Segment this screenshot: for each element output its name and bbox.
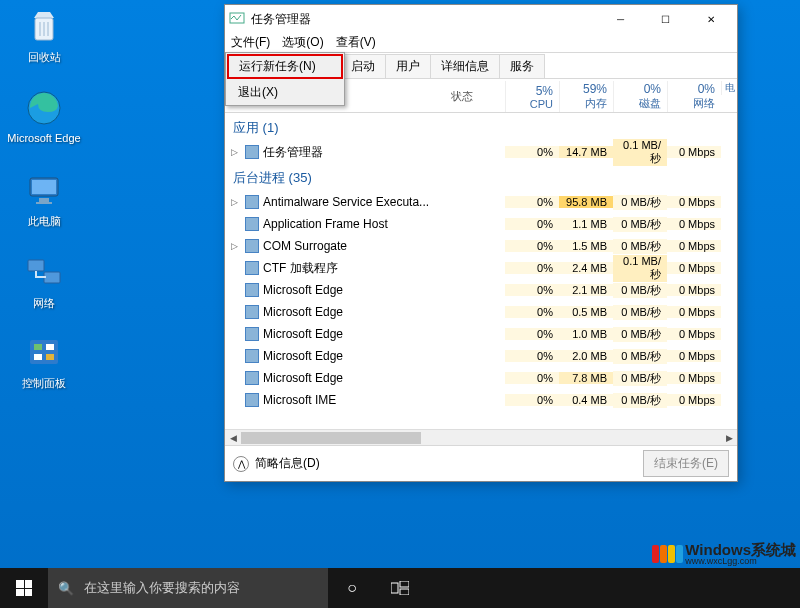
- search-placeholder: 在这里输入你要搜索的内容: [84, 579, 240, 597]
- cell-disk: 0 MB/秒: [613, 327, 667, 342]
- task-manager-window: 任务管理器 ─ ☐ ✕ 文件(F) 选项(O) 查看(V) 运行新任务(N) 退…: [224, 4, 738, 482]
- task-manager-icon: [229, 11, 245, 27]
- window-footer: ⋀ 简略信息(D) 结束任务(E): [225, 445, 737, 481]
- tab-users[interactable]: 用户: [385, 54, 431, 78]
- desktop-icon-recycle[interactable]: 回收站: [6, 6, 82, 65]
- cell-disk: 0 MB/秒: [613, 217, 667, 232]
- cell-network: 0 Mbps: [667, 240, 721, 252]
- table-row[interactable]: Microsoft Edge0%0.5 MB0 MB/秒0 Mbps: [225, 301, 737, 323]
- col-extra[interactable]: 电: [721, 81, 737, 95]
- col-disk[interactable]: 0%磁盘: [613, 81, 667, 112]
- svg-rect-9: [36, 202, 52, 204]
- tab-startup[interactable]: 启动: [340, 54, 386, 78]
- group-header[interactable]: 应用 (1): [225, 113, 737, 141]
- cell-memory: 1.1 MB: [559, 218, 613, 230]
- titlebar[interactable]: 任务管理器 ─ ☐ ✕: [225, 5, 737, 33]
- maximize-button[interactable]: ☐: [643, 5, 688, 33]
- tab-services[interactable]: 服务: [499, 54, 545, 78]
- table-row[interactable]: Microsoft Edge0%2.0 MB0 MB/秒0 Mbps: [225, 345, 737, 367]
- group-header[interactable]: 后台进程 (35): [225, 163, 737, 191]
- col-memory[interactable]: 59%内存: [559, 81, 613, 112]
- col-network[interactable]: 0%网络: [667, 81, 721, 112]
- desktop: 回收站 Microsoft Edge 此电脑 网络 控制面板 任务管理器 ─: [0, 0, 800, 608]
- cell-cpu: 0%: [505, 372, 559, 384]
- col-status[interactable]: 状态: [451, 81, 505, 112]
- cell-cpu: 0%: [505, 196, 559, 208]
- menu-view[interactable]: 查看(V): [330, 33, 382, 52]
- cell-network: 0 Mbps: [667, 218, 721, 230]
- taskbar: 🔍 在这里输入你要搜索的内容 ○: [0, 568, 800, 608]
- cell-cpu: 0%: [505, 146, 559, 158]
- taskbar-search[interactable]: 🔍 在这里输入你要搜索的内容: [48, 568, 328, 608]
- cell-memory: 2.0 MB: [559, 350, 613, 362]
- watermark-text: Windows系统城: [685, 542, 796, 557]
- process-name: Microsoft Edge: [263, 349, 343, 363]
- cell-network: 0 Mbps: [667, 262, 721, 274]
- minimize-button[interactable]: ─: [598, 5, 643, 33]
- menu-item-exit[interactable]: 退出(X): [226, 80, 344, 105]
- cortana-button[interactable]: ○: [328, 568, 376, 608]
- col-cpu[interactable]: 5%CPU: [505, 81, 559, 112]
- cell-memory: 0.5 MB: [559, 306, 613, 318]
- svg-rect-14: [46, 344, 54, 350]
- tab-details[interactable]: 详细信息: [430, 54, 500, 78]
- table-body[interactable]: 应用 (1)▷任务管理器0%14.7 MB0.1 MB/秒0 Mbps后台进程 …: [225, 113, 737, 429]
- scroll-left-icon[interactable]: ◀: [225, 430, 241, 446]
- desktop-icon-edge[interactable]: Microsoft Edge: [6, 88, 82, 144]
- table-row[interactable]: Microsoft Edge0%2.1 MB0 MB/秒0 Mbps: [225, 279, 737, 301]
- fewer-details-button[interactable]: ⋀: [233, 456, 249, 472]
- process-icon: [245, 305, 259, 319]
- desktop-icon-pc[interactable]: 此电脑: [6, 170, 82, 229]
- table-row[interactable]: CTF 加载程序0%2.4 MB0.1 MB/秒0 Mbps: [225, 257, 737, 279]
- fewer-details-label[interactable]: 简略信息(D): [255, 455, 320, 472]
- process-name: Microsoft IME: [263, 393, 336, 407]
- table-row[interactable]: Application Frame Host0%1.1 MB0 MB/秒0 Mb…: [225, 213, 737, 235]
- cell-network: 0 Mbps: [667, 350, 721, 362]
- process-table: 名称 状态 5%CPU 59%内存 0%磁盘 0%网络 电 应用 (1)▷任务管…: [225, 79, 737, 445]
- process-icon: [245, 195, 259, 209]
- close-button[interactable]: ✕: [688, 5, 733, 33]
- menu-item-new-task[interactable]: 运行新任务(N): [227, 54, 343, 79]
- process-name: Microsoft Edge: [263, 371, 343, 385]
- cell-memory: 7.8 MB: [559, 372, 613, 384]
- scroll-right-icon[interactable]: ▶: [721, 430, 737, 446]
- end-task-button[interactable]: 结束任务(E): [643, 450, 729, 477]
- menu-file[interactable]: 文件(F): [225, 33, 276, 52]
- task-view-button[interactable]: [376, 568, 424, 608]
- desktop-icon-network[interactable]: 网络: [6, 252, 82, 311]
- table-row[interactable]: ▷任务管理器0%14.7 MB0.1 MB/秒0 Mbps: [225, 141, 737, 163]
- desktop-icon-label: 回收站: [6, 50, 82, 65]
- cell-disk: 0 MB/秒: [613, 305, 667, 320]
- svg-rect-11: [44, 272, 60, 283]
- desktop-icon-label: 网络: [6, 296, 82, 311]
- table-row[interactable]: Microsoft IME0%0.4 MB0 MB/秒0 Mbps: [225, 389, 737, 411]
- desktop-icon-cpanel[interactable]: 控制面板: [6, 332, 82, 391]
- search-icon: 🔍: [58, 581, 74, 596]
- cell-disk: 0 MB/秒: [613, 371, 667, 386]
- cell-cpu: 0%: [505, 218, 559, 230]
- cell-disk: 0 MB/秒: [613, 283, 667, 298]
- file-dropdown: 运行新任务(N) 退出(X): [225, 52, 345, 106]
- menu-options[interactable]: 选项(O): [276, 33, 329, 52]
- table-row[interactable]: Microsoft Edge0%7.8 MB0 MB/秒0 Mbps: [225, 367, 737, 389]
- svg-rect-19: [400, 581, 409, 587]
- cell-memory: 1.5 MB: [559, 240, 613, 252]
- process-icon: [245, 145, 259, 159]
- cell-network: 0 Mbps: [667, 146, 721, 158]
- table-row[interactable]: Microsoft Edge0%1.0 MB0 MB/秒0 Mbps: [225, 323, 737, 345]
- start-button[interactable]: [0, 568, 48, 608]
- cell-network: 0 Mbps: [667, 284, 721, 296]
- horizontal-scrollbar[interactable]: ◀ ▶: [225, 429, 737, 445]
- cell-memory: 2.1 MB: [559, 284, 613, 296]
- edge-icon: [24, 88, 64, 128]
- watermark-url: www.wxcLgg.com: [685, 557, 796, 566]
- process-icon: [245, 393, 259, 407]
- table-row[interactable]: ▷Antimalware Service Executa...0%95.8 MB…: [225, 191, 737, 213]
- scroll-thumb[interactable]: [241, 432, 421, 444]
- watermark: Windows系统城 www.wxcLgg.com: [652, 542, 796, 566]
- cell-cpu: 0%: [505, 306, 559, 318]
- svg-rect-12: [30, 340, 58, 364]
- svg-rect-10: [28, 260, 44, 271]
- network-icon: [24, 252, 64, 292]
- process-icon: [245, 371, 259, 385]
